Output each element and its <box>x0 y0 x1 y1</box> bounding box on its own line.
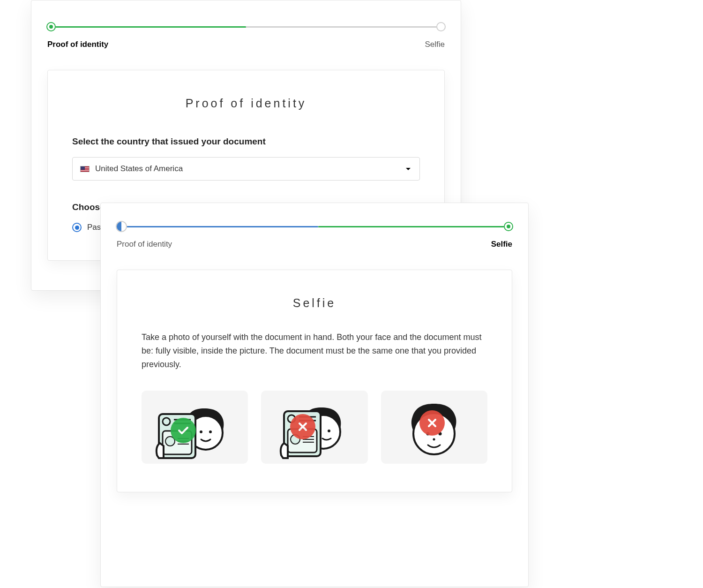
progress-bar <box>117 222 512 231</box>
progress-bar <box>47 22 445 31</box>
progress-label-step2: Selfie <box>491 240 512 249</box>
country-value: United States of America <box>95 164 183 173</box>
progress-node-2 <box>504 222 513 231</box>
example-good <box>142 391 248 464</box>
example-row <box>142 391 487 464</box>
progress-fill-seg2 <box>318 226 512 227</box>
svg-point-13 <box>328 430 330 432</box>
country-label: Select the country that issued your docu… <box>72 136 420 147</box>
us-flag-icon <box>80 166 90 172</box>
example-bad-covered <box>261 391 367 464</box>
radio-icon <box>72 223 82 232</box>
panel-selfie: Proof of identity Selfie Selfie Take a p… <box>100 203 529 587</box>
progress-labels: Proof of identity Selfie <box>117 240 512 249</box>
example-bad-no-doc <box>381 391 487 464</box>
card-title: Proof of identity <box>72 97 420 110</box>
progress-label-step1: Proof of identity <box>47 40 108 49</box>
progress-fill <box>47 26 246 28</box>
selfie-card: Selfie Take a photo of yourself with the… <box>117 270 512 492</box>
progress-node-1 <box>116 221 127 232</box>
svg-point-26 <box>433 438 435 441</box>
chevron-down-icon <box>405 164 411 173</box>
selfie-instructions: Take a photo of yourself with the docume… <box>142 331 487 371</box>
progress-fill-seg1 <box>117 226 318 227</box>
progress-label-step1: Proof of identity <box>117 240 172 249</box>
country-select[interactable]: United States of America <box>72 157 420 181</box>
progress-node-2 <box>436 22 446 31</box>
progress-label-step2: Selfie <box>425 40 445 49</box>
svg-point-2 <box>209 430 212 433</box>
check-icon <box>171 418 196 443</box>
progress-node-1 <box>46 22 56 31</box>
progress-labels: Proof of identity Selfie <box>47 40 445 49</box>
svg-point-1 <box>200 430 202 433</box>
card-title: Selfie <box>142 296 487 310</box>
x-icon <box>419 410 445 436</box>
